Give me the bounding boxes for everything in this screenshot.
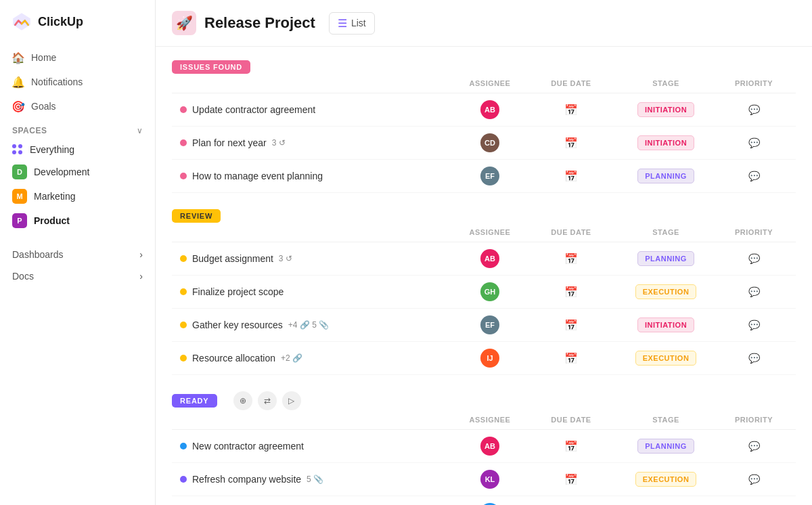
due-date-cell[interactable]: 📅 — [531, 473, 612, 486]
group-issues: ISSUES FOUND ASSIGNEE DUE DATE STAGE PRI… — [172, 60, 796, 193]
col-stage: STAGE — [612, 79, 720, 87]
sidebar-item-product[interactable]: P Product — [5, 208, 150, 233]
table-row[interactable]: How to manage event planning EF 📅 PLANNI… — [172, 160, 796, 193]
assignee-cell: AB — [449, 437, 531, 456]
sidebar-item-goals[interactable]: 🎯 Goals — [5, 95, 150, 118]
sidebar-item-home[interactable]: 🏠 Home — [5, 46, 150, 69]
stage-cell: EXECUTION — [612, 284, 720, 299]
due-date-cell[interactable]: 📅 — [531, 319, 612, 332]
filter-button[interactable]: ⊕ — [233, 391, 252, 410]
sidebar-item-notifications[interactable]: 🔔 Notifications — [5, 70, 150, 93]
stage-cell: INITIATION — [612, 135, 720, 150]
ready-badge[interactable]: READY — [172, 394, 217, 408]
due-date-cell[interactable]: 📅 — [531, 104, 612, 116]
table-row[interactable]: Gather key resources +4 🔗 5 📎 EF 📅 INITI… — [172, 309, 796, 342]
table-row[interactable]: Finalize project scope GH 📅 EXECUTION 💬 — [172, 276, 796, 309]
table-row[interactable]: Update contractor agreement AB 📅 INITIAT… — [172, 93, 796, 127]
stage-badge: PLANNING — [637, 169, 694, 183]
task-meta-count: 3 ↺ — [279, 254, 292, 263]
group-ready-header: READY ⊕ ⇄ ▷ — [172, 391, 796, 410]
chevron-down-icon[interactable]: ∨ — [137, 126, 143, 135]
task-name-cell: Gather key resources +4 🔗 5 📎 — [180, 320, 449, 330]
sidebar-item-notifications-label: Notifications — [31, 76, 83, 87]
logo: ClickUp — [0, 11, 155, 46]
stage-badge: INITIATION — [637, 102, 694, 117]
priority-icon: 💬 — [748, 137, 760, 148]
stage-cell: EXECUTION — [612, 351, 720, 366]
avatar: GH — [480, 282, 499, 301]
stage-badge: INITIATION — [637, 135, 694, 150]
chevron-right-icon: › — [139, 249, 143, 260]
issues-badge[interactable]: ISSUES FOUND — [172, 60, 250, 74]
due-date-cell[interactable]: 📅 — [531, 170, 612, 183]
task-name-cell: Update contractor agreement — [180, 104, 449, 115]
product-badge: P — [12, 213, 27, 228]
group-review-header: REVIEW — [172, 209, 796, 223]
stage-badge: EXECUTION — [635, 284, 697, 299]
due-date-cell[interactable]: 📅 — [531, 137, 612, 150]
calendar-icon: 📅 — [564, 252, 578, 265]
development-badge: D — [12, 164, 27, 179]
review-table-header: ASSIGNEE DUE DATE STAGE PRIORITY — [172, 223, 796, 242]
stage-badge: EXECUTION — [635, 472, 697, 487]
assignee-cell: KL — [449, 470, 531, 489]
calendar-icon: 📅 — [564, 319, 578, 332]
due-date-cell[interactable]: 📅 — [531, 252, 612, 265]
col-assignee: ASSIGNEE — [449, 416, 531, 424]
task-title: Budget assignment — [192, 253, 273, 264]
assignee-cell: GH — [449, 282, 531, 301]
task-name-cell: How to manage event planning — [180, 171, 449, 181]
table-row[interactable]: Refresh company website 5 📎 KL 📅 EXECUTI… — [172, 463, 796, 496]
due-date-cell[interactable]: 📅 — [531, 352, 612, 365]
avatar: IJ — [480, 349, 499, 368]
col-task — [180, 228, 449, 236]
group-ready: READY ⊕ ⇄ ▷ ASSIGNEE DUE DATE STAGE PRIO… — [172, 391, 796, 505]
priority-icon: 💬 — [748, 441, 760, 452]
group-issues-header: ISSUES FOUND — [172, 60, 796, 74]
avatar: AB — [480, 437, 499, 456]
priority-icon: 💬 — [748, 253, 760, 264]
col-task — [180, 416, 449, 424]
task-meta-count: +4 🔗 5 📎 — [288, 320, 329, 330]
task-status-dot — [180, 255, 187, 262]
group-button[interactable]: ▷ — [282, 391, 301, 410]
priority-icon: 💬 — [748, 353, 760, 364]
avatar: EF — [480, 315, 499, 334]
stage-cell: PLANNING — [612, 439, 720, 454]
sidebar-item-marketing-label: Marketing — [34, 191, 75, 202]
due-date-cell[interactable]: 📅 — [531, 286, 612, 299]
assignee-cell: EF — [449, 315, 531, 334]
bell-icon: 🔔 — [12, 76, 24, 88]
stage-badge: PLANNING — [637, 439, 694, 454]
view-selector[interactable]: ☰ List — [329, 12, 375, 35]
assignee-cell: IJ — [449, 349, 531, 368]
table-row[interactable]: New contractor agreement AB 📅 PLANNING 💬 — [172, 430, 796, 463]
assignee-cell: CD — [449, 133, 531, 152]
sidebar-item-home-label: Home — [31, 52, 56, 63]
sidebar-item-dashboards[interactable]: Dashboards › — [5, 244, 150, 265]
table-row[interactable]: Budget assignment 3 ↺ AB 📅 PLANNING 💬 — [172, 242, 796, 276]
sort-button[interactable]: ⇄ — [258, 391, 277, 410]
review-badge[interactable]: REVIEW — [172, 209, 221, 223]
table-row[interactable]: Resource allocation +2 🔗 IJ 📅 EXECUTION … — [172, 342, 796, 375]
sidebar-sections: Dashboards › Docs › — [0, 244, 155, 287]
chevron-right-icon-docs: › — [139, 271, 143, 282]
list-view-icon: ☰ — [338, 17, 347, 30]
sidebar-item-docs[interactable]: Docs › — [5, 265, 150, 287]
assignee-cell: EF — [449, 167, 531, 185]
priority-cell: 💬 — [720, 171, 788, 181]
task-status-dot — [180, 139, 187, 146]
task-name-cell: Budget assignment 3 ↺ — [180, 253, 449, 264]
col-due-date: DUE DATE — [531, 416, 612, 424]
due-date-cell[interactable]: 📅 — [531, 440, 612, 453]
task-status-dot — [180, 443, 187, 449]
home-icon: 🏠 — [12, 51, 24, 64]
svg-marker-0 — [13, 13, 30, 30]
sidebar-item-marketing[interactable]: M Marketing — [5, 184, 150, 208]
table-row[interactable]: Update key objectives 5 📎 MN 📅 EXECUTION… — [172, 496, 796, 505]
table-row[interactable]: Plan for next year 3 ↺ CD 📅 INITIATION 💬 — [172, 127, 796, 160]
sidebar-item-development[interactable]: D Development — [5, 160, 150, 184]
priority-icon: 💬 — [748, 104, 760, 115]
sidebar-item-everything[interactable]: Everything — [5, 139, 150, 160]
grid-icon — [12, 144, 23, 155]
